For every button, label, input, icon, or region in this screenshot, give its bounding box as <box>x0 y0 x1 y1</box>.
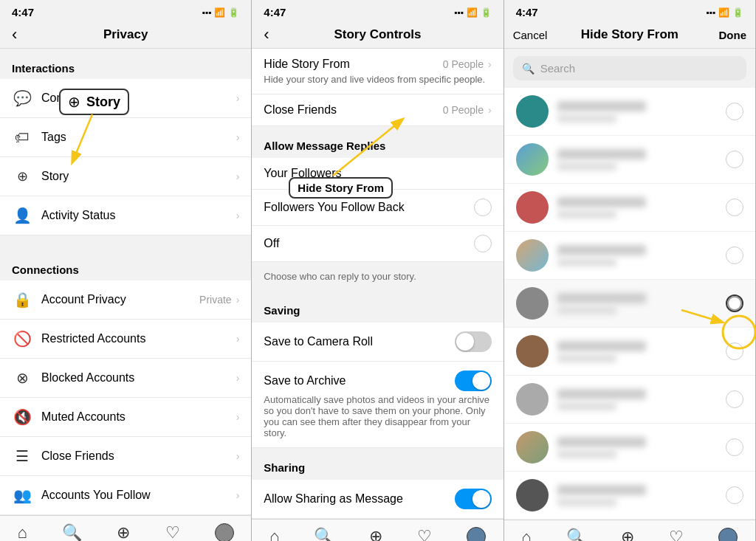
add-tab-1[interactable]: ⊕ <box>117 523 130 541</box>
contact-info-7 <box>557 389 717 410</box>
following-item[interactable]: 👥 Accounts You Follow › <box>0 476 251 515</box>
heart-tab-3[interactable]: ♡ <box>669 528 684 541</box>
contact-row-2[interactable] <box>504 136 755 184</box>
contact-row-3[interactable] <box>504 184 755 232</box>
cancel-button[interactable]: Cancel <box>513 29 548 41</box>
close-friends-row-label: Close Friends <box>264 103 337 117</box>
story-label: Story <box>41 170 236 183</box>
add-tab-3[interactable]: ⊕ <box>621 528 634 541</box>
contact-radio-3[interactable] <box>726 199 743 216</box>
contact-handle-2 <box>557 162 616 170</box>
chevron-story: › <box>236 170 240 182</box>
contact-handle-1 <box>557 114 616 123</box>
contact-handle-4 <box>557 258 616 266</box>
followers-back-radio[interactable] <box>474 199 492 216</box>
closefriends-icon: ☰ <box>12 446 32 466</box>
contact-info-5 <box>557 293 717 314</box>
contact-radio-4[interactable] <box>726 247 743 264</box>
save-camera-toggle[interactable] <box>455 331 492 352</box>
hide-story-callout: Hide Story From <box>289 177 393 199</box>
muted-item[interactable]: 🔇 Muted Accounts › <box>0 398 251 437</box>
following-icon: 👥 <box>12 485 32 506</box>
home-tab-2[interactable]: ⌂ <box>269 527 279 541</box>
contact-row-1[interactable] <box>504 88 755 136</box>
story-item[interactable]: ⊕ Story › <box>0 157 251 196</box>
contact-radio-7[interactable] <box>726 390 743 408</box>
contact-handle-5 <box>557 306 616 314</box>
contact-handle-9 <box>557 498 616 506</box>
sharing-toggle[interactable] <box>455 489 492 509</box>
save-camera-row[interactable]: Save to Camera Roll <box>252 323 503 362</box>
contact-radio-2[interactable] <box>726 151 743 168</box>
restricted-item[interactable]: 🚫 Restricted Accounts › <box>0 320 251 359</box>
profile-tab-3[interactable] <box>718 528 738 541</box>
signal-icon-2: ▪▪▪ <box>454 7 464 18</box>
contact-name-9 <box>557 485 646 495</box>
contact-radio-9[interactable] <box>726 486 743 504</box>
search-bar[interactable]: 🔍 Search <box>513 56 746 80</box>
contact-row-4[interactable] <box>504 232 755 280</box>
tag-icon: 🏷 <box>12 127 32 148</box>
contact-radio-8[interactable] <box>726 438 743 456</box>
back-button-1[interactable]: ‹ <box>12 25 17 44</box>
contact-info-4 <box>557 245 717 266</box>
off-radio[interactable] <box>474 235 492 252</box>
done-button[interactable]: Done <box>718 29 746 41</box>
close-friends-item[interactable]: ☰ Close Friends › <box>0 437 251 476</box>
restricted-label: Restricted Accounts <box>41 332 236 345</box>
home-tab-3[interactable]: ⌂ <box>521 528 531 541</box>
blocked-item[interactable]: ⊗ Blocked Accounts › <box>0 359 251 398</box>
activity-label: Activity Status <box>41 209 236 222</box>
contact-row-7[interactable] <box>504 376 755 424</box>
contact-row-6[interactable] <box>504 328 755 376</box>
contact-info-9 <box>557 485 717 506</box>
lock-icon: 🔒 <box>12 289 32 310</box>
close-friends-row[interactable]: Close Friends 0 People › <box>252 94 503 126</box>
home-tab-1[interactable]: ⌂ <box>18 523 27 541</box>
story-icon: ⊕ <box>12 166 32 187</box>
heart-tab-2[interactable]: ♡ <box>417 527 432 541</box>
profile-tab-2[interactable] <box>467 527 486 541</box>
contact-avatar-4 <box>516 239 549 272</box>
profile-tab-1[interactable] <box>215 523 234 541</box>
tags-item[interactable]: 🏷 Tags › <box>0 118 251 157</box>
panel2-content: Hide Story From 0 People › Hide your sto… <box>252 49 503 519</box>
contact-row-8[interactable] <box>504 424 755 472</box>
contact-handle-7 <box>557 402 616 410</box>
muted-icon: 🔇 <box>12 407 32 427</box>
signal-icon-3: ▪▪▪ <box>706 7 715 18</box>
save-archive-row[interactable]: Save to Archive Automatically save photo… <box>252 362 503 448</box>
contact-radio-5[interactable] <box>726 294 743 312</box>
contact-avatar-6 <box>516 335 549 368</box>
contact-radio-1[interactable] <box>726 103 743 120</box>
status-icons-1: ▪▪▪ 📶 🔋 <box>202 7 240 18</box>
back-button-2[interactable]: ‹ <box>264 25 269 44</box>
search-tab-3[interactable]: 🔍 <box>566 528 586 541</box>
sharing-label: Allow Sharing as Message <box>264 492 403 506</box>
contact-info-3 <box>557 197 717 218</box>
activity-status-item[interactable]: 👤 Activity Status › <box>0 196 251 235</box>
contact-row-9[interactable] <box>504 472 755 520</box>
following-label: Accounts You Follow <box>41 489 236 502</box>
battery-icon-3: 🔋 <box>732 7 743 18</box>
hide-story-row[interactable]: Hide Story From 0 People › Hide your sto… <box>252 49 503 94</box>
account-privacy-item[interactable]: 🔒 Account Privacy Private › <box>0 280 251 320</box>
heart-tab-1[interactable]: ♡ <box>165 523 180 541</box>
off-row[interactable]: Off <box>252 226 503 262</box>
search-tab-2[interactable]: 🔍 <box>314 527 334 541</box>
search-tab-1[interactable]: 🔍 <box>62 523 82 541</box>
chevron-comments: › <box>236 92 240 104</box>
contact-row-5[interactable] <box>504 280 755 328</box>
sharing-row[interactable]: Allow Sharing as Message <box>252 480 503 519</box>
allow-sub: Choose who can reply to your story. <box>252 265 503 291</box>
contact-info-1 <box>557 101 717 123</box>
contact-avatar-5 <box>516 287 549 320</box>
comment-icon: 💬 <box>12 88 32 108</box>
contact-radio-6[interactable] <box>726 342 743 360</box>
save-archive-sub: Automatically save photos and videos in … <box>264 394 491 438</box>
add-tab-2[interactable]: ⊕ <box>369 527 382 541</box>
status-bar-3: 4:47 ▪▪▪ 📶 🔋 <box>504 0 755 21</box>
contact-info-6 <box>557 341 717 362</box>
save-archive-toggle[interactable] <box>455 371 492 391</box>
allow-replies-header: Allow Message Replies <box>252 126 503 158</box>
